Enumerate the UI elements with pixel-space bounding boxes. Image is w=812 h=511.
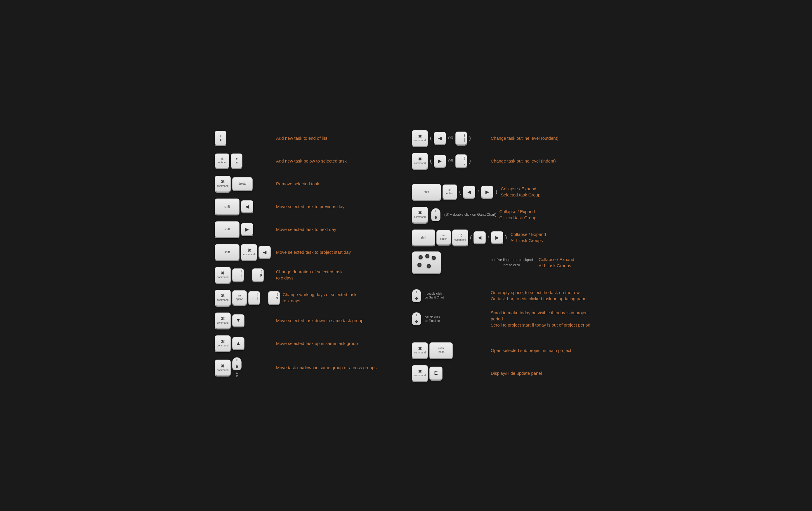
arrow-left-key-2: ◀	[259, 246, 271, 258]
desc-trackpad: Collapse / ExpandALL task Groups	[539, 257, 597, 269]
shortcut-prev-day: shift ◀ Move selected task to previous d…	[215, 198, 400, 215]
keys-move-down: ⌘ command ▼	[215, 313, 273, 329]
shift-key-1: shift	[215, 198, 239, 215]
e-key: E	[429, 367, 442, 380]
finger-5	[427, 264, 431, 268]
keys-outdent: ⌘ command ( ◀ OR { [ )	[412, 130, 488, 146]
shortcut-next-day: shift ▶ Move selected task to next day	[215, 220, 400, 238]
brace-right-key: } ]	[455, 154, 467, 167]
keys-indent: ⌘ command ( ▶ OR } ] )	[412, 153, 488, 169]
brace-left-key: { [	[455, 132, 467, 145]
command-key-5: ⌘ command	[215, 313, 231, 329]
desc-project-start: Move selected task to project start day	[276, 249, 400, 255]
shortcut-open-subproject: ⌘ command enter return Open selected sub…	[412, 342, 597, 359]
keys-working-days: ⌘ command alt option ! 1 ··· ( 9	[215, 290, 280, 306]
arrow-left-cg: ◀	[463, 186, 475, 198]
keys-duration: ⌘ command ! 1 ··· ( 9	[215, 267, 273, 283]
shortcut-remove: ⌘ command delete Remove selected task	[215, 175, 400, 192]
paren-key-1: ( 9	[252, 268, 264, 281]
desc-collapse-clicked: Collapse / ExpandClicked task Group	[499, 209, 597, 221]
command-key-r6: ⌘ command	[412, 365, 428, 381]
desc-duration: Change duaration of selected taskto x da…	[276, 269, 400, 281]
shortcut-add-below: alt option + = Add new task below to sel…	[215, 152, 400, 169]
shift-key-r2: shift	[412, 230, 435, 246]
arrow-left-all: ◀	[473, 231, 486, 243]
command-key-r1: ⌘ command	[412, 130, 428, 146]
desc-working-days: Change working days of selected taskto x…	[283, 292, 400, 304]
mouse-icon-gantt	[431, 208, 440, 221]
arrow-down-key: ▼	[232, 314, 244, 326]
desc-next-day: Move selected task to next day	[276, 226, 400, 233]
shortcut-collapse-clicked: ⌘ command (⌘ + double click on Gantt Cha…	[412, 206, 597, 223]
command-key-2: ⌘ command	[241, 244, 257, 260]
plus-eq-key-2: + =	[231, 154, 242, 168]
mouse-label-timeline: double clickon Timeline	[425, 315, 440, 323]
desc-move-down: Move selected task down in same task gro…	[276, 318, 400, 324]
finger-1	[418, 255, 423, 259]
desc-dbl-timeline: Scroll to make today be visible if today…	[491, 310, 597, 328]
finger-3	[432, 256, 436, 260]
keys-move-up: ⌘ command ▲	[215, 335, 273, 351]
shift-key-3: shift	[215, 244, 239, 260]
desc-display-hide: Display/Hide update panel	[491, 370, 597, 376]
delete-key: delete	[232, 177, 253, 190]
keys-remove: ⌘ command delete	[215, 176, 273, 192]
keyboard-shortcuts-container: + = Add new task to end of list alt opti…	[203, 120, 609, 391]
mouse-drag-icon: ▲▼	[232, 357, 241, 378]
shortcut-collapse-all-kb: shift alt option ⌘ command ( ◀ / ▶ ) Col…	[412, 228, 597, 246]
arrow-up-key: ▲	[232, 337, 244, 349]
keys-collapse-all-kb: shift alt option ⌘ command ( ◀ / ▶ )	[412, 230, 508, 246]
keys-collapse-group: shift alt option ( ◀ / ▶ )	[412, 184, 498, 200]
command-key-r3: ⌘ command	[412, 207, 428, 223]
keys-move-drag: ⌘ command ▲▼	[215, 357, 273, 378]
mouse-icon-timeline	[412, 312, 421, 325]
shortcut-move-down: ⌘ command ▼ Move selected task down in s…	[215, 312, 400, 329]
keys-collapse-clicked: ⌘ command (⌘ + double click on Gantt Cha…	[412, 207, 496, 223]
shortcut-indent: ⌘ command ( ▶ OR } ] ) Change task outli…	[412, 152, 597, 169]
mouse-icon-drag	[232, 357, 241, 370]
mouse-row-gantt: double clickon Gantt Chart	[412, 289, 488, 302]
command-key-r4: ⌘ command	[452, 230, 468, 246]
desc-open-subproject: Open selected sub project in main projec…	[491, 347, 597, 353]
arrow-left-outdent: ◀	[434, 132, 446, 144]
desc-dbl-gantt: On empty space, to select the task on th…	[491, 289, 597, 302]
desc-collapse-all-kb: Collapse / ExpandALL task Groups	[510, 231, 597, 243]
command-key-r2: ⌘ command	[412, 153, 428, 169]
enter-return-key: enter return	[429, 342, 453, 358]
mouse-row-timeline: double clickon Timeline	[412, 312, 488, 325]
keys-prev-day: shift ◀	[215, 198, 273, 215]
arrow-right-all: ▶	[491, 231, 503, 243]
shift-key-2: shift	[215, 221, 239, 237]
trackpad-instructions: put five fingers on trackpadnot to click	[491, 257, 533, 268]
shortcut-move-up: ⌘ command ▲ Move selected task up in sam…	[215, 334, 400, 352]
left-column: + = Add new task to end of list alt opti…	[215, 129, 400, 382]
shortcut-display-hide: ⌘ command E Display/Hide update panel	[412, 364, 597, 382]
shift-key-r1: shift	[412, 184, 441, 200]
shortcut-outdent: ⌘ command ( ◀ OR { [ ) Change task outli…	[412, 129, 597, 147]
desc-add-end: Add new task to end of list	[276, 135, 400, 141]
desc-prev-day: Move selected task to previous day	[276, 204, 400, 210]
shortcut-dbl-gantt: double clickon Gantt Chart On empty spac…	[412, 287, 597, 304]
alt-option-key-2: alt option	[232, 290, 247, 305]
right-column: ⌘ command ( ◀ OR { [ ) Change task outli…	[412, 129, 597, 382]
keys-display-hide: ⌘ command E	[412, 365, 488, 381]
shortcut-duration: ⌘ command ! 1 ··· ( 9 Change duaration o…	[215, 266, 400, 284]
shortcut-working-days: ⌘ command alt option ! 1 ··· ( 9 Change …	[215, 289, 400, 306]
keys-add-below: alt option + =	[215, 154, 273, 168]
desc-outdent: Change task outline level (outdent)	[491, 135, 597, 141]
desc-move-drag: Move task up/down in same group or acros…	[276, 365, 400, 371]
finger-2	[425, 254, 429, 258]
alt-option-key-1: alt option	[215, 154, 229, 168]
keys-trackpad	[412, 251, 488, 273]
finger-4	[417, 263, 422, 267]
keys-project-start: shift ⌘ command ◀	[215, 244, 273, 260]
command-key-3: ⌘ command	[215, 267, 231, 283]
shortcut-project-start: shift ⌘ command ◀ Move selected task to …	[215, 243, 400, 261]
trackpad-icon	[412, 251, 441, 273]
command-key-7: ⌘ command	[215, 359, 231, 376]
paren-key-2: ( 9	[268, 291, 280, 304]
alt-option-key-r2: alt option	[436, 230, 451, 245]
alt-option-key-r1: alt option	[442, 185, 457, 199]
num-key-1: ! 1	[232, 268, 244, 281]
command-key-1: ⌘ command	[215, 176, 231, 192]
